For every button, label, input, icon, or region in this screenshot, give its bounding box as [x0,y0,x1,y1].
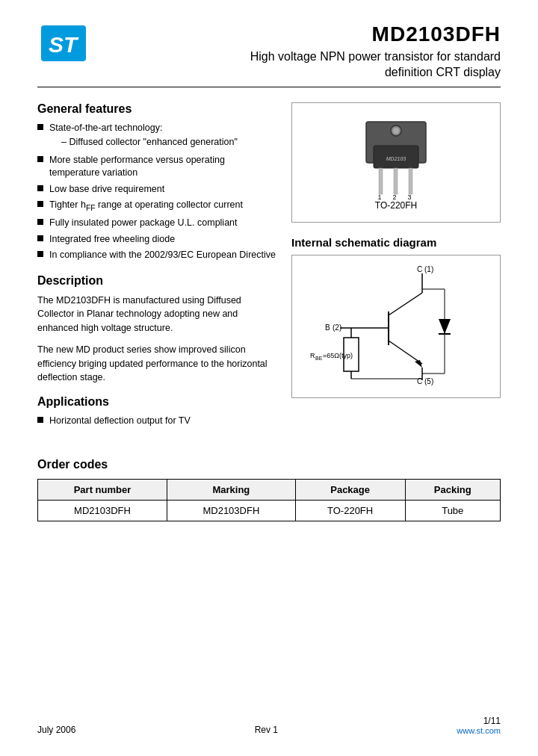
svg-text:C (1): C (1) [417,265,433,273]
svg-rect-8 [409,168,412,194]
general-features-title: General features [37,102,276,116]
list-item: Tighter hFF range at operating collector… [37,199,276,214]
page-footer: July 2006 Rev 1 1/11 www.st.com [37,716,501,735]
schematic-svg: C (1) C (5) B [306,263,486,390]
part-number-title: MD2103DFH [250,22,501,46]
col-header-part-number: Part number [38,479,167,500]
component-image-box: 1 2 3 MD2103 TO-220FH [291,102,501,223]
cell-part-number: MD2103DFH [38,500,167,521]
svg-text:BE: BE [315,356,323,361]
applications-list: Horizontal deflection output for TV [37,415,276,428]
general-features-section: General features State-of-the-art techno… [37,102,276,262]
footer-page-info: 1/11 www.st.com [457,716,501,735]
bullet-icon [37,251,43,257]
footer-rev: Rev 1 [255,725,278,735]
bullet-icon [37,185,43,191]
col-header-packing: Packing [405,479,501,500]
cell-marking: MD2103DFH [167,500,295,521]
bullet-icon [37,156,43,162]
svg-text:3: 3 [407,193,411,200]
applications-section: Applications Horizontal deflection outpu… [37,395,276,428]
header-title-block: MD2103DFH High voltage NPN power transis… [250,22,501,81]
schematic-diagram: C (1) C (5) B [291,255,501,398]
col-header-package: Package [295,479,405,500]
description-section: Description The MD2103DFH is manufacture… [37,274,276,385]
description-para-2: The new MD product series show improved … [37,343,276,385]
svg-text:R: R [310,352,315,359]
list-item: Integrated free wheeling diode [37,233,276,247]
list-item: In compliance with the 2002/93/EC Europe… [37,249,276,262]
main-content: General features State-of-the-art techno… [37,102,501,436]
bullet-icon [37,219,43,225]
transistor-diagram: 1 2 3 MD2103 [340,114,452,200]
svg-rect-6 [379,168,383,194]
cell-packing: Tube [405,500,501,521]
package-label: TO-220FH [303,200,489,211]
svg-text:ST: ST [49,32,79,57]
left-column: General features State-of-the-art techno… [37,102,276,436]
svg-text:1: 1 [377,193,381,200]
schematic-title: Internal schematic diagram [291,236,501,249]
bullet-icon [37,124,43,130]
header-divider [37,87,501,87]
list-item: State-of-the-art technology: Diffused co… [37,122,276,151]
cell-package: TO-220FH [295,500,405,521]
svg-text:=65Ω(typ): =65Ω(typ) [323,352,353,359]
order-table: Part number Marking Package Packing MD21… [37,479,501,521]
svg-rect-7 [394,168,398,194]
svg-marker-28 [439,319,451,334]
svg-line-21 [389,341,422,364]
bullet-icon [37,201,43,207]
list-item: More stable performance versus operating… [37,154,276,180]
list-item: Fully insulated power package U.L. compl… [37,217,276,230]
list-item: Low base drive requirement [37,183,276,196]
schematic-section: Internal schematic diagram C (1) C (5) B [291,236,501,398]
st-logo-icon: ST [41,25,86,61]
svg-text:B: B [325,323,330,332]
page-header: ST MD2103DFH High voltage NPN power tran… [37,22,501,81]
subtitle: High voltage NPN power transistor for st… [250,49,501,81]
description-para-1: The MD2103DFH is manufactured using Diff… [37,294,276,335]
footer-date: July 2006 [37,725,75,735]
table-row: MD2103DFH MD2103DFH TO-220FH Tube [38,500,501,521]
bullet-icon [37,235,43,241]
svg-text:(2): (2) [333,323,341,332]
website-link: www.st.com [457,726,501,735]
description-title: Description [37,274,276,288]
order-codes-title: Order codes [37,458,501,471]
bullet-icon [37,417,43,423]
svg-text:2: 2 [392,193,396,200]
table-header-row: Part number Marking Package Packing [38,479,501,500]
svg-point-4 [393,128,399,134]
col-header-marking: Marking [167,479,295,500]
list-item: Horizontal deflection output for TV [37,415,276,428]
svg-line-20 [389,293,422,315]
applications-title: Applications [37,395,276,409]
right-column: 1 2 3 MD2103 TO-220FH Internal schematic… [291,102,501,436]
order-codes-section: Order codes Part number Marking Package … [37,458,501,521]
svg-marker-22 [415,360,422,368]
list-item: Diffused collector "enhanced generation" [61,136,238,149]
logo: ST [37,22,90,63]
svg-text:MD2103: MD2103 [386,156,406,161]
page-number: 1/11 [483,716,501,726]
features-list: State-of-the-art technology: Diffused co… [37,122,276,262]
